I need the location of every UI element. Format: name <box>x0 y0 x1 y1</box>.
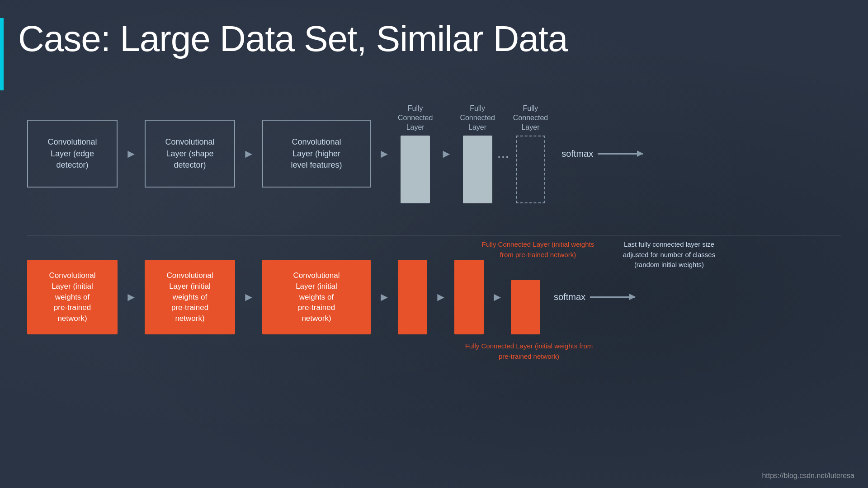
arrow-2: ► <box>235 147 262 161</box>
top-conv2-label: ConvolutionalLayer (shapedetector) <box>165 136 214 171</box>
bottom-softmax-label: softmax <box>554 292 585 302</box>
top-diagram-row: ConvolutionalLayer (edgedetector) ► Conv… <box>27 104 841 203</box>
bottom-conv1-box: ConvolutionalLayer (initialweights ofpre… <box>27 260 118 334</box>
bottom-arrow-3: ► <box>371 290 398 304</box>
bottom-arrow-1: ► <box>118 290 145 304</box>
accent-bar <box>0 18 4 90</box>
bottom-conv2-box: ConvolutionalLayer (initialweights ofpre… <box>145 260 235 334</box>
bottom-fc2-group <box>454 260 484 334</box>
bottom-softmax-area: softmax <box>554 292 635 302</box>
bottom-fc3-group <box>511 260 540 334</box>
top-conv1-label: ConvolutionalLayer (edgedetector) <box>47 136 97 171</box>
top-conv3-box: ConvolutionalLayer (higherlevel features… <box>262 120 371 188</box>
arrow-1: ► <box>118 147 145 161</box>
bottom-softmax-arrow <box>590 296 635 298</box>
top-softmax-label: softmax <box>561 149 593 159</box>
fc-annotation-initial-weights: Fully Connected Layer (initial weights f… <box>479 239 597 260</box>
bottom-conv3-box: ConvolutionalLayer (initialweights ofpre… <box>262 260 371 334</box>
top-conv3-label: ConvolutionalLayer (higherlevel features… <box>291 136 342 171</box>
top-fc1-group: FullyConnectedLayer <box>398 104 433 203</box>
bottom-fc1-group <box>398 260 427 334</box>
page-title: Case: Large Data Set, Similar Data <box>18 18 567 60</box>
arrow-3: ► <box>371 147 398 161</box>
top-fc3-group: FullyConnectedLayer <box>513 104 548 203</box>
arrow-4: ► <box>433 147 460 161</box>
top-fc3-label: FullyConnectedLayer <box>513 104 548 132</box>
top-fc1-label: FullyConnectedLayer <box>398 104 433 132</box>
top-fc1-bar <box>401 136 430 203</box>
top-conv2-box: ConvolutionalLayer (shapedetector) <box>145 120 235 188</box>
top-fc2-group: FullyConnectedLayer <box>460 104 495 203</box>
bottom-conv2-label: ConvolutionalLayer (initialweights ofpre… <box>166 270 213 324</box>
bottom-diagram-row: ConvolutionalLayer (initialweights ofpre… <box>27 260 841 334</box>
fc-annotation-bottom-weights: Fully Connected Layer (initial weights f… <box>461 341 597 361</box>
top-conv1-box: ConvolutionalLayer (edgedetector) <box>27 120 118 188</box>
dots-separator: … <box>495 146 513 161</box>
bottom-arrow-5: ► <box>484 290 511 304</box>
top-fc3-bar <box>516 136 545 203</box>
bottom-fc3-bar <box>511 280 540 334</box>
bottom-arrow-2: ► <box>235 290 262 304</box>
bottom-conv1-label: ConvolutionalLayer (initialweights ofpre… <box>49 270 95 324</box>
bottom-conv3-label: ConvolutionalLayer (initialweights ofpre… <box>293 270 340 324</box>
bottom-fc2-bar <box>454 260 484 334</box>
divider <box>27 235 841 235</box>
url-credit: https://blog.csdn.net/luteresa <box>762 472 854 480</box>
top-softmax-area: softmax <box>561 149 643 159</box>
bottom-arrow-4: ► <box>427 290 454 304</box>
bottom-fc1-bar <box>398 260 427 334</box>
top-softmax-arrow <box>598 153 643 155</box>
top-fc2-bar <box>463 136 492 203</box>
fc-annotation-last-layer: Last fully connected layer size adjusted… <box>610 239 728 270</box>
top-fc2-label: FullyConnectedLayer <box>460 104 495 132</box>
